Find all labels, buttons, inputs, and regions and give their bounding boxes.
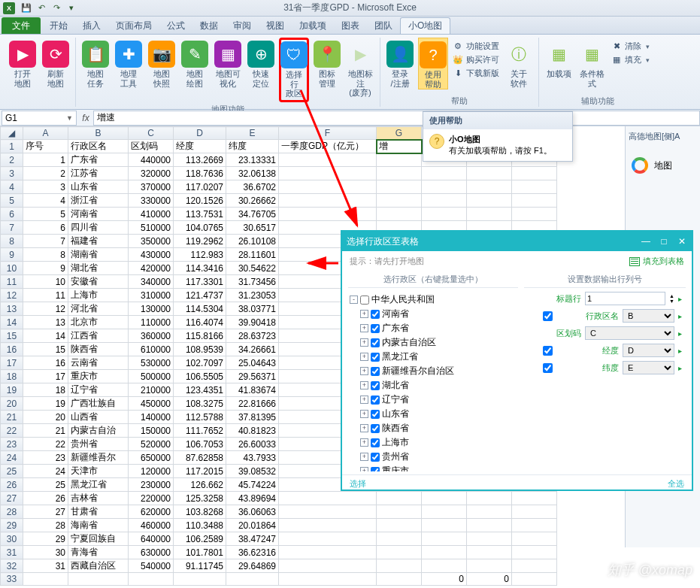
cell[interactable]: 620000 [129,505,174,519]
fx-icon[interactable]: fx [78,113,93,123]
cell[interactable]: 38.47247 [226,532,279,546]
row-header[interactable]: 21 [1,411,23,424]
dialog-select-link[interactable]: 选择 [350,478,366,489]
row-header[interactable]: 27 [1,492,23,505]
row-header[interactable]: 30 [1,532,23,546]
cell[interactable] [422,208,467,221]
row-header[interactable]: 13 [1,302,23,316]
cell[interactable] [467,167,512,180]
row-header[interactable]: 22 [1,424,23,438]
cell[interactable]: 29 [23,532,68,546]
cell[interactable]: 福建省 [68,235,129,248]
row-header[interactable]: 6 [1,208,23,221]
cell[interactable]: 0 [422,573,467,586]
ribbon-btn[interactable]: ⟳刷新 地图 [41,38,71,88]
ribbon-small-link[interactable]: ⚙功能设置 [453,41,499,52]
cell[interactable]: 27 [23,505,68,519]
cell[interactable]: 125.3258 [174,492,226,505]
field-arrow-icon[interactable]: ▸ [678,312,686,320]
tab-图表[interactable]: 图表 [334,17,367,34]
formula-bar[interactable]: 增速 [93,111,700,126]
row-header[interactable]: 3 [1,167,23,180]
cell[interactable] [279,167,377,180]
cell[interactable]: 天津市 [68,465,129,478]
field-select[interactable]: C [585,326,674,340]
cell[interactable]: 甘肃省 [68,505,129,519]
cell[interactable]: 28 [23,519,68,532]
field-select[interactable]: B [623,309,674,323]
cell[interactable]: 四川省 [68,221,129,235]
ribbon-btn[interactable]: ✎地图 绘图 [180,38,210,88]
cell[interactable]: 经度 [174,140,226,153]
cell[interactable]: 湖南省 [68,248,129,262]
cell[interactable]: 30.26662 [226,194,279,208]
cell[interactable]: 31 [23,559,68,573]
qat-more-icon[interactable]: ▾ [65,2,78,15]
cell[interactable]: 39.08532 [226,465,279,478]
expand-icon[interactable]: + [360,438,368,447]
cell[interactable] [279,546,377,559]
cell[interactable] [512,180,557,194]
cell[interactable] [467,194,512,208]
tree-checkbox[interactable] [371,438,380,447]
cell[interactable]: 2 [23,167,68,180]
expand-icon[interactable]: + [360,396,368,404]
cell[interactable]: 108.3275 [174,397,226,411]
cell[interactable]: 650000 [129,451,174,465]
cell[interactable]: 22 [23,438,68,451]
tree-item[interactable]: +贵州省 [360,450,517,464]
cell[interactable]: 106.5505 [174,370,226,383]
col-header-B[interactable]: B [68,127,129,140]
cell[interactable]: 420000 [129,262,174,275]
tab-加载项[interactable]: 加载项 [292,17,334,34]
cell[interactable] [512,208,557,221]
cell[interactable]: 340000 [129,275,174,289]
ribbon-small-link[interactable]: ✖清除 [611,41,650,52]
cell[interactable]: 117.0207 [174,180,226,194]
ribbon-btn[interactable]: ⊕快速 定位 [246,38,276,88]
cell[interactable]: 4 [23,194,68,208]
col-header-F[interactable]: F [279,127,377,140]
col-header-A[interactable]: A [23,127,68,140]
tree-checkbox[interactable] [371,453,380,462]
cell[interactable]: 410000 [129,208,174,221]
cell[interactable]: 116.4074 [174,316,226,329]
ribbon-btn[interactable]: 📷地图 快照 [147,38,177,88]
tree-checkbox[interactable] [371,396,380,405]
expand-icon[interactable]: + [360,338,368,347]
ribbon-btn[interactable]: ?使用 帮助 [418,38,448,89]
ribbon-small-link[interactable]: 👑购买许可 [453,54,499,65]
minimize-icon[interactable]: — [641,236,651,247]
expand-icon[interactable]: + [360,367,368,375]
cell[interactable] [467,492,512,505]
cell[interactable]: 17 [23,370,68,383]
expand-icon[interactable]: + [360,467,368,471]
cell[interactable] [279,194,377,208]
cell[interactable]: 26.10108 [226,235,279,248]
cell[interactable]: 123.4351 [174,383,226,397]
cell[interactable]: 118.7636 [174,167,226,180]
cell[interactable]: 24 [23,465,68,478]
tree-checkbox[interactable] [371,381,380,390]
cell[interactable]: 36.6702 [226,180,279,194]
name-box-dropdown-icon[interactable]: ▼ [66,114,73,122]
ribbon-btn[interactable]: ▦地图可 视化 [213,38,243,88]
col-header-G[interactable]: G [377,127,422,140]
row-header[interactable]: 5 [1,194,23,208]
ribbon-btn[interactable]: ▶打开 地图 [8,38,38,88]
row-header[interactable]: 12 [1,289,23,302]
cell[interactable]: 130000 [129,302,174,316]
cell[interactable] [279,153,377,167]
cell[interactable]: 25.04643 [226,356,279,370]
tree-item[interactable]: +陕西省 [360,421,517,435]
row-header[interactable]: 18 [1,370,23,383]
cell[interactable]: 28.11601 [226,248,279,262]
ribbon-btn[interactable]: 🛡选择行 政区 [279,38,309,102]
row-header[interactable]: 28 [1,505,23,519]
cell[interactable]: 106.2589 [174,532,226,546]
cell[interactable] [377,167,422,180]
cell[interactable] [377,532,422,546]
cell[interactable]: 370000 [129,180,174,194]
ribbon-btn[interactable]: ▶地图标注 (废弃) [345,38,375,98]
cell[interactable]: 110000 [129,316,174,329]
